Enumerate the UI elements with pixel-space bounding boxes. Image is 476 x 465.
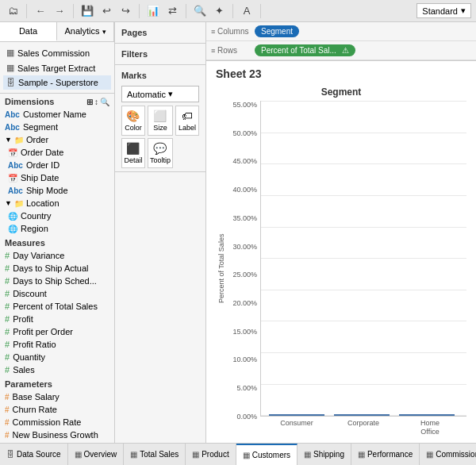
field-profit[interactable]: # Profit xyxy=(0,313,114,325)
swap-icon[interactable]: ⇄ xyxy=(164,3,180,19)
folder-location[interactable]: ▼ 📁 Location xyxy=(0,197,114,209)
filter-icon[interactable]: 🔍 xyxy=(192,3,208,19)
tooltip-button[interactable]: 💬 Tooltip xyxy=(148,138,173,168)
grid-line-1 xyxy=(261,101,466,102)
file-icon[interactable]: 🗂 xyxy=(5,3,21,19)
color-button[interactable]: 🎨 Color xyxy=(121,106,145,136)
tab-data[interactable]: Data xyxy=(0,22,57,41)
dropdown-arrow: ▾ xyxy=(168,89,173,99)
label-button[interactable]: 🏷 Label xyxy=(175,106,199,136)
save-icon[interactable]: 💾 xyxy=(79,3,95,19)
abc-icon-3: Abc xyxy=(8,161,23,170)
field-order-id[interactable]: Abc Order ID xyxy=(0,159,114,171)
back-button[interactable]: ← xyxy=(33,3,48,19)
folder-order[interactable]: ▼ 📁 Order xyxy=(0,133,114,146)
hash-icon-10: # xyxy=(5,365,10,375)
marks-type-dropdown[interactable]: Automatic ▾ xyxy=(121,86,199,102)
detail-button[interactable]: ⬛ Detail xyxy=(121,138,145,168)
highlight-icon[interactable]: ✦ xyxy=(211,3,227,19)
redo-icon[interactable]: ↪ xyxy=(117,3,133,19)
field-day-variance[interactable]: # Day Variance xyxy=(0,249,114,262)
columns-pill[interactable]: Segment xyxy=(255,25,299,37)
tab-customers[interactable]: ▦ Customers xyxy=(236,444,298,466)
forward-button[interactable]: → xyxy=(52,3,67,19)
datasource-sales-target[interactable]: ▦ Sales Target Extract xyxy=(3,60,111,75)
separator-5 xyxy=(232,4,233,18)
hash-icon: # xyxy=(5,251,10,260)
columns-icon: ≡ xyxy=(211,28,215,36)
datasource-sales-commission[interactable]: ▦ Sales Commission xyxy=(3,45,111,60)
dimensions-icons: ⊞ ↕ 🔍 xyxy=(86,98,109,106)
param-new-business[interactable]: # New Business Growth xyxy=(0,428,114,441)
tab-shipping[interactable]: ▦ Shipping xyxy=(298,444,351,466)
bar-consumer-rect[interactable] xyxy=(269,414,324,416)
hash-icon-6: # xyxy=(5,314,10,324)
field-country[interactable]: 🌐 Country xyxy=(0,209,114,222)
datasource-superstore[interactable]: 🗄 Sample - Superstore xyxy=(3,75,111,90)
geo-icon-2: 🌐 xyxy=(8,225,17,233)
field-days-ship-actual[interactable]: # Days to Ship Actual xyxy=(0,262,114,275)
label-icon: 🏷 xyxy=(182,110,193,122)
table-icon: ▦ xyxy=(6,48,14,58)
tab-data-source[interactable]: 🗄 Data Source xyxy=(0,444,68,466)
size-button[interactable]: ⬜ Size xyxy=(148,106,173,136)
tab-performance[interactable]: ▦ Performance xyxy=(351,444,420,466)
param-commission-rate[interactable]: # Commission Rate xyxy=(0,416,114,428)
field-segment[interactable]: Abc Segment xyxy=(0,121,114,133)
field-days-ship-sched[interactable]: # Days to Ship Sched... xyxy=(0,275,114,287)
tab-overview[interactable]: ▦ Overview xyxy=(68,444,125,466)
marks-type-label: Automatic xyxy=(127,90,166,99)
bar-corporate xyxy=(334,414,390,416)
customers-icon: ▦ xyxy=(243,451,250,459)
sort-icon[interactable]: ↕ xyxy=(94,98,98,106)
bar-corporate-rect[interactable] xyxy=(334,414,390,416)
field-customer-name[interactable]: Abc Customer Name xyxy=(0,108,114,121)
left-panel-scroll[interactable]: ▦ Sales Commission ▦ Sales Target Extrac… xyxy=(0,42,114,443)
tab-product[interactable]: ▦ Product xyxy=(186,444,236,466)
hash-icon-4: # xyxy=(5,289,10,298)
right-panel: ≡ Columns Segment ≡ Rows Percent of Tota… xyxy=(206,22,476,443)
filters-section: Filters xyxy=(115,44,205,65)
x-label-consumer: Consumer xyxy=(268,419,325,436)
tab-total-sales[interactable]: ▦ Total Sales xyxy=(124,444,186,466)
abc-icon: Abc xyxy=(5,110,20,119)
field-profit-per-order[interactable]: # Profit per Order xyxy=(0,325,114,338)
field-quantity[interactable]: # Quantity xyxy=(0,351,114,363)
search-icon[interactable]: 🔍 xyxy=(100,98,109,106)
chart-icon[interactable]: 📊 xyxy=(145,3,161,19)
undo-icon[interactable]: ↩ xyxy=(98,3,114,19)
rows-pill[interactable]: Percent of Total Sal... ⚠ xyxy=(255,44,355,56)
field-region[interactable]: 🌐 Region xyxy=(0,222,114,235)
param-churn-rate[interactable]: # Churn Rate xyxy=(0,403,114,416)
view-dropdown[interactable]: Standard ▾ xyxy=(416,3,471,18)
field-discount[interactable]: # Discount xyxy=(0,287,114,300)
separator-4 xyxy=(186,4,186,18)
hash-icon-3: # xyxy=(5,276,10,286)
param-new-quota[interactable]: # New Quota xyxy=(0,441,114,443)
field-order-date[interactable]: 📅 Order Date xyxy=(0,146,114,159)
columns-label: ≡ Columns xyxy=(211,27,255,36)
marks-title: Marks xyxy=(121,68,199,83)
folder-icon: 📁 xyxy=(14,136,24,144)
param-base-salary[interactable]: # Base Salary xyxy=(0,390,114,403)
field-ship-date[interactable]: 📅 Ship Date xyxy=(0,171,114,184)
shipping-icon: ▦ xyxy=(304,450,311,459)
field-sales[interactable]: # Sales xyxy=(0,363,114,376)
shelf-area: ≡ Columns Segment ≡ Rows Percent of Tota… xyxy=(206,22,476,61)
tab-analytics[interactable]: Analytics ▾ xyxy=(57,22,114,41)
bar-home-office-rect[interactable] xyxy=(399,414,455,416)
tab-commission-model[interactable]: ▦ Commission Model xyxy=(420,444,476,466)
sheet-title: Sheet 23 xyxy=(216,67,466,80)
rows-icon: ≡ xyxy=(211,47,215,55)
param-hash-3: # xyxy=(5,418,10,427)
field-ship-mode[interactable]: Abc Ship Mode xyxy=(0,184,114,197)
hash-icon-5: # xyxy=(5,302,10,311)
field-pct-total-sales[interactable]: # Percent of Total Sales xyxy=(0,300,114,313)
panel-tabs: Data Analytics ▾ xyxy=(0,22,114,42)
param-hash-1: # xyxy=(5,393,10,402)
collapse-icon-2: ▼ xyxy=(5,199,12,207)
field-profit-ratio[interactable]: # Profit Ratio xyxy=(0,338,114,351)
format-icon[interactable]: A xyxy=(239,3,255,19)
calendar-icon-2: 📅 xyxy=(8,174,17,183)
grid-view-icon[interactable]: ⊞ xyxy=(86,98,93,106)
